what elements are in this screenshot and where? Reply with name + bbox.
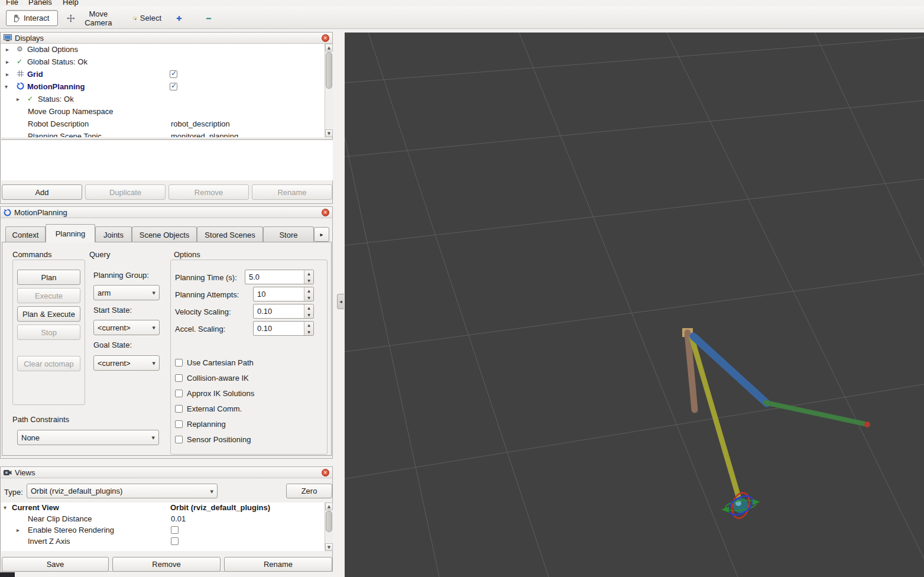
grid-enabled-checkbox[interactable] — [170, 70, 177, 78]
menu-help[interactable]: Help — [63, 0, 79, 7]
tree-row-robot-description[interactable]: Robot Description robot_description — [1, 118, 325, 131]
spin-up-icon[interactable]: ▲ — [304, 322, 313, 329]
menu-panels[interactable]: Panels — [28, 0, 52, 7]
tab-context[interactable]: Context — [5, 226, 46, 242]
tree-row-move-group-namespace[interactable]: Move Group Namespace — [1, 106, 325, 118]
expander-right-icon[interactable]: ▸ — [17, 527, 20, 533]
planning-time-spinbox[interactable]: 5.0 ▲▼ — [245, 270, 314, 284]
spin-up-icon[interactable]: ▲ — [304, 287, 313, 294]
view-type-combo[interactable]: Orbit (rviz_default_plugins) ▼ — [27, 484, 218, 498]
expander-down-icon[interactable]: ▾ — [5, 83, 8, 90]
expander-right-icon[interactable]: ▸ — [6, 59, 9, 65]
move-camera-tool-button[interactable]: Move Camera — [61, 10, 124, 26]
spin-down-icon[interactable]: ▼ — [304, 277, 313, 284]
scrollbar-thumb[interactable] — [326, 52, 332, 89]
replanning-option[interactable]: Replanning — [175, 420, 226, 429]
planning-attempts-spinbox[interactable]: 10 ▲▼ — [253, 287, 314, 302]
tab-joints[interactable]: Joints — [95, 226, 132, 242]
stereo-rendering-checkbox[interactable] — [171, 526, 179, 534]
select-tool-button[interactable]: Select — [128, 10, 167, 26]
expander-down-icon[interactable]: ▾ — [4, 504, 7, 511]
checkbox[interactable] — [175, 374, 183, 382]
add-display-button[interactable]: Add — [2, 184, 82, 200]
tree-row-invert-z[interactable]: Invert Z Axis — [1, 536, 325, 547]
displays-scrollbar[interactable]: ▲ ▼ — [325, 44, 333, 137]
tree-value[interactable]: robot_description — [171, 119, 230, 128]
external-comm-option[interactable]: External Comm. — [175, 404, 242, 413]
accel-scaling-spinbox[interactable]: 0.10 ▲▼ — [253, 321, 314, 336]
checkbox[interactable] — [175, 436, 183, 443]
tab-scene-objects[interactable]: Scene Objects — [132, 226, 197, 242]
checkbox[interactable] — [175, 359, 183, 367]
expander-right-icon[interactable]: ▸ — [6, 71, 9, 77]
tree-value[interactable]: 0.01 — [171, 514, 186, 523]
spin-buttons[interactable]: ▲▼ — [304, 270, 313, 284]
duplicate-display-button[interactable]: Duplicate — [85, 184, 166, 200]
tree-row-planning-scene-topic[interactable]: Planning Scene Topic monitored_planning — [1, 131, 325, 137]
tab-planning[interactable]: Planning — [46, 224, 95, 242]
rename-view-button[interactable]: Rename — [224, 557, 332, 572]
views-panel-titlebar[interactable]: Views × — [1, 467, 332, 478]
scroll-down-icon[interactable]: ▼ — [325, 543, 333, 551]
spin-buttons[interactable]: ▲▼ — [304, 287, 313, 301]
approx-ik-solutions-option[interactable]: Approx IK Solutions — [175, 389, 254, 398]
tab-stored-states[interactable]: Store — [263, 226, 314, 242]
plan-button[interactable]: Plan — [17, 270, 80, 285]
add-tool-button[interactable] — [170, 10, 188, 26]
views-scrollbar[interactable]: ▲ ▼ — [325, 503, 333, 551]
expander-right-icon[interactable]: ▸ — [17, 96, 20, 102]
tree-row-grid[interactable]: ▸ Grid — [1, 69, 325, 81]
use-cartesian-path-option[interactable]: Use Cartesian Path — [175, 358, 254, 367]
tree-row-current-view[interactable]: ▾ Current View Orbit (rviz_default_plugi… — [1, 503, 325, 514]
remove-tool-button[interactable] — [200, 10, 218, 26]
rename-display-button[interactable]: Rename — [252, 184, 332, 200]
sensor-positioning-option[interactable]: Sensor Positioning — [175, 435, 251, 444]
tree-row-global-status[interactable]: ▸ ✓ Global Status: Ok — [1, 56, 325, 69]
tree-row-motionplanning[interactable]: ▾ MotionPlanning — [1, 81, 325, 93]
close-icon[interactable]: × — [322, 469, 329, 476]
goal-state-combo[interactable]: <current> ▼ — [93, 355, 160, 371]
stop-button[interactable]: Stop — [17, 325, 80, 340]
invert-z-checkbox[interactable] — [171, 537, 179, 545]
scroll-down-icon[interactable]: ▼ — [325, 129, 333, 137]
scroll-up-icon[interactable]: ▲ — [325, 44, 333, 51]
expander-right-icon[interactable]: ▸ — [6, 46, 9, 53]
motionplanning-enabled-checkbox[interactable] — [170, 83, 177, 90]
spin-up-icon[interactable]: ▲ — [304, 270, 313, 277]
menu-file[interactable]: File — [6, 0, 18, 7]
remove-display-button[interactable]: Remove — [168, 184, 249, 200]
checkbox[interactable] — [175, 420, 183, 428]
spin-down-icon[interactable]: ▼ — [304, 294, 313, 302]
tree-row-status-ok[interactable]: ▸ ✓ Status: Ok — [1, 93, 325, 106]
velocity-scaling-spinbox[interactable]: 0.10 ▲▼ — [253, 304, 314, 319]
close-icon[interactable]: × — [322, 34, 329, 42]
render-viewport[interactable] — [345, 33, 924, 577]
scrollbar-thumb[interactable] — [326, 511, 332, 532]
spin-down-icon[interactable]: ▼ — [304, 312, 313, 319]
execute-button[interactable]: Execute — [17, 288, 80, 303]
panel-collapse-handle[interactable]: ◂ — [337, 294, 344, 309]
spin-down-icon[interactable]: ▼ — [304, 329, 313, 336]
tree-row-stereo-rendering[interactable]: ▸ Enable Stereo Rendering — [1, 525, 325, 536]
spin-buttons[interactable]: ▲▼ — [304, 322, 313, 335]
displays-panel-titlebar[interactable]: Displays × — [1, 33, 332, 44]
tab-stored-scenes[interactable]: Stored Scenes — [197, 226, 263, 242]
plan-and-execute-button[interactable]: Plan & Execute — [17, 306, 80, 322]
tab-scroll-right-button[interactable]: ▸ — [314, 227, 329, 242]
planning-group-combo[interactable]: arm ▼ — [93, 285, 160, 300]
checkbox[interactable] — [175, 390, 183, 397]
zero-button[interactable]: Zero — [286, 484, 332, 498]
tree-row-near-clip[interactable]: Near Clip Distance 0.01 — [1, 514, 325, 525]
checkbox[interactable] — [175, 405, 183, 413]
motionplanning-panel-titlebar[interactable]: MotionPlanning × — [1, 207, 332, 218]
tree-row-global-options[interactable]: ▸ ⚙ Global Options — [1, 44, 325, 56]
collision-aware-ik-option[interactable]: Collision-aware IK — [175, 374, 249, 382]
clear-octomap-button[interactable]: Clear octomap — [17, 356, 80, 371]
interact-tool-button[interactable]: Interact — [6, 10, 58, 26]
spin-buttons[interactable]: ▲▼ — [304, 304, 313, 318]
start-state-combo[interactable]: <current> ▼ — [93, 320, 160, 335]
remove-view-button[interactable]: Remove — [112, 557, 221, 572]
tree-value[interactable]: monitored_planning — [171, 132, 238, 137]
save-view-button[interactable]: Save — [2, 557, 109, 572]
path-constraints-combo[interactable]: None ▼ — [17, 430, 159, 445]
